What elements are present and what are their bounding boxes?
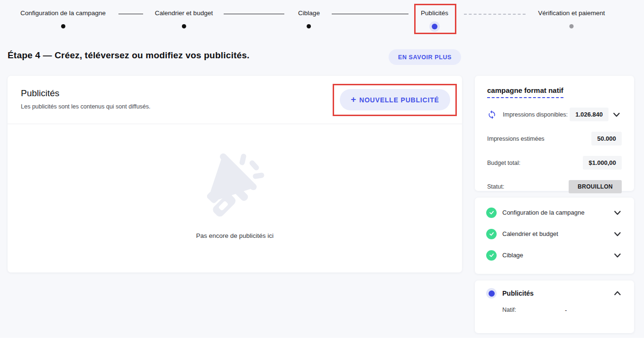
step-dot-completed bbox=[61, 24, 65, 28]
accordion-row-calendrier[interactable]: Calendrier et budget bbox=[486, 223, 623, 244]
plus-icon: + bbox=[351, 94, 356, 105]
step-dot-completed bbox=[182, 24, 186, 28]
stepper-step-calendrier[interactable]: Calendrier et budget bbox=[155, 9, 213, 28]
impressions-available-value: 1.026.840 bbox=[570, 108, 608, 121]
step-label: Configuration de la campagne bbox=[20, 9, 106, 17]
native-format-label: Natif: bbox=[502, 307, 516, 313]
step-dot-upcoming bbox=[569, 24, 573, 28]
accordion-label: Configuration de la campagne bbox=[502, 209, 584, 216]
footer-strip bbox=[0, 338, 644, 344]
stepper-step-configuration[interactable]: Configuration de la campagne bbox=[20, 9, 106, 28]
stepper-step-verification[interactable]: Vérification et paiement bbox=[538, 9, 605, 28]
campaign-summary-card: campagne format natif Impressions dispon… bbox=[475, 76, 634, 191]
refresh-icon[interactable] bbox=[487, 110, 497, 119]
chevron-down-icon[interactable] bbox=[612, 208, 623, 218]
accordion-label: Ciblage bbox=[502, 252, 523, 259]
accordion-row-configuration[interactable]: Configuration de la campagne bbox=[486, 202, 623, 223]
step-label: Vérification et paiement bbox=[538, 9, 605, 17]
stepper-connector bbox=[118, 14, 143, 14]
status-label: Statut: bbox=[487, 183, 504, 190]
new-ad-button-label: NOUVELLE PUBLICITÉ bbox=[359, 96, 439, 104]
impressions-available-label: Impressions disponibles: bbox=[503, 111, 568, 118]
step-dot-active bbox=[432, 24, 437, 29]
stepper-connector-dashed bbox=[464, 14, 526, 15]
check-circle-icon bbox=[486, 229, 497, 239]
accordion-label: Calendrier et budget bbox=[502, 230, 558, 237]
status-badge: BROUILLON bbox=[569, 180, 622, 193]
accordion-row-ciblage[interactable]: Ciblage bbox=[486, 244, 623, 266]
learn-more-button[interactable]: EN SAVOIR PLUS bbox=[389, 49, 461, 65]
step-label: Publicités bbox=[421, 9, 448, 17]
step-dot-active-halo bbox=[429, 21, 440, 32]
step-label: Calendrier et budget bbox=[155, 9, 213, 17]
chevron-down-icon[interactable] bbox=[611, 109, 622, 120]
impressions-estimated-value: 50.000 bbox=[591, 132, 622, 145]
new-ad-button[interactable]: + NOUVELLE PUBLICITÉ bbox=[340, 89, 450, 110]
accordion-label: Publicités bbox=[502, 290, 534, 297]
check-circle-icon bbox=[486, 208, 497, 218]
budget-total-label: Budget total: bbox=[487, 160, 520, 166]
status-row: Statut: BROUILLON bbox=[487, 180, 622, 193]
ads-empty-text: Pas encore de publicités ici bbox=[196, 232, 274, 239]
step-label: Ciblage bbox=[298, 9, 320, 17]
chevron-up-icon[interactable] bbox=[612, 288, 623, 299]
ads-panel-header: Publicités Les publicités sont les conte… bbox=[8, 76, 462, 124]
campaign-name-link[interactable]: campagne format natif bbox=[487, 86, 563, 98]
chevron-down-icon[interactable] bbox=[612, 229, 623, 239]
budget-total-value: $1.000,00 bbox=[583, 156, 622, 170]
ads-panel: Publicités Les publicités sont les conte… bbox=[8, 76, 462, 272]
page-title: Étape 4 — Créez, téléversez ou modifiez … bbox=[8, 50, 249, 61]
step-dot-completed bbox=[307, 24, 311, 28]
impressions-available-row: Impressions disponibles: 1.026.840 bbox=[487, 108, 622, 121]
chevron-down-icon[interactable] bbox=[612, 250, 623, 261]
impressions-estimated-row: Impressions estimées 50.000 bbox=[487, 132, 622, 145]
stepper-connector bbox=[332, 14, 408, 14]
native-format-row: Natif: - bbox=[486, 307, 623, 313]
stepper-connector bbox=[224, 14, 284, 14]
budget-total-row: Budget total: $1.000,00 bbox=[487, 156, 622, 170]
completed-steps-card: Configuration de la campagne Calendrier … bbox=[475, 198, 634, 274]
stepper-step-publicites[interactable]: Publicités bbox=[421, 9, 448, 32]
active-step-card: Publicités Natif: - bbox=[475, 281, 634, 333]
native-format-value: - bbox=[565, 307, 567, 314]
stepper-step-ciblage[interactable]: Ciblage bbox=[298, 9, 320, 28]
check-circle-icon bbox=[486, 250, 497, 261]
accordion-row-publicites[interactable]: Publicités bbox=[486, 288, 623, 299]
megaphone-icon bbox=[202, 152, 268, 224]
active-step-dot-icon bbox=[486, 288, 497, 299]
impressions-estimated-label: Impressions estimées bbox=[487, 136, 544, 142]
ads-empty-state: Pas encore de publicités ici bbox=[8, 124, 462, 266]
